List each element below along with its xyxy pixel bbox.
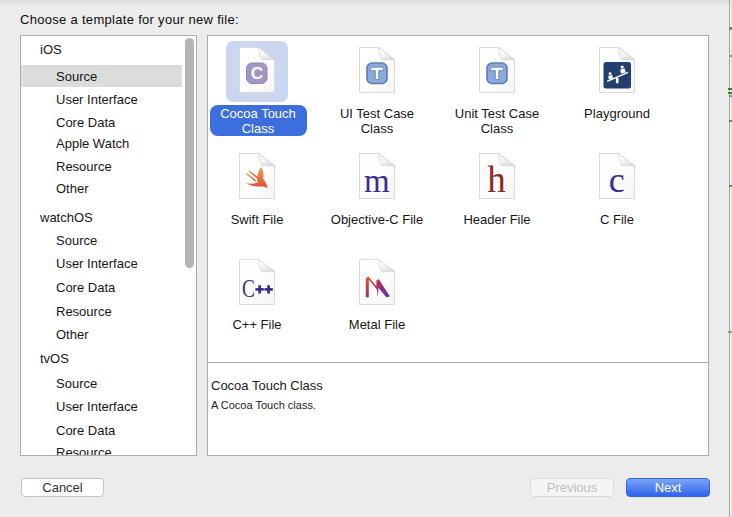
- svg-text:C: C: [242, 275, 255, 302]
- svg-text:c: c: [609, 159, 625, 199]
- svg-text:C: C: [251, 64, 263, 83]
- svg-text:h: h: [487, 158, 506, 199]
- svg-text:m: m: [364, 162, 390, 198]
